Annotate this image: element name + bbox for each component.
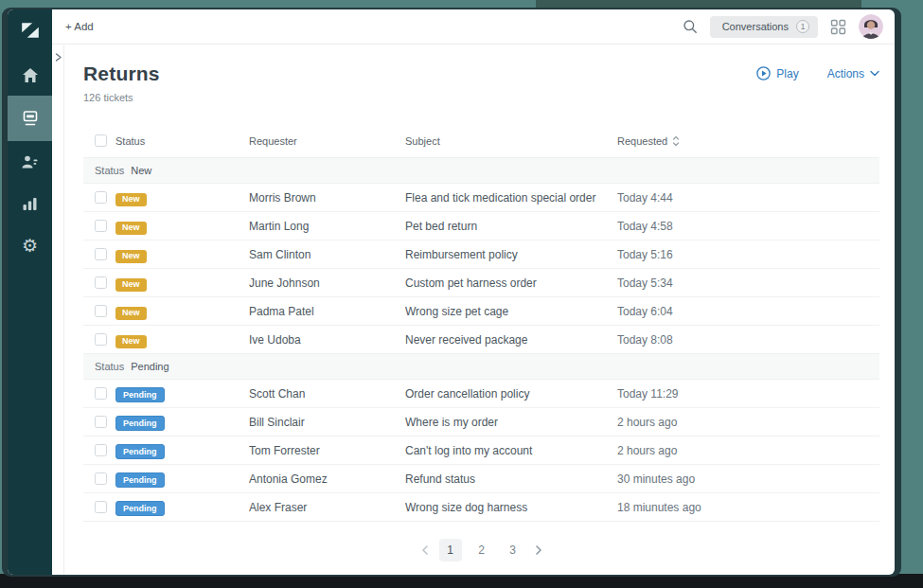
column-header-status[interactable]: Status	[115, 135, 249, 147]
table-row[interactable]: Pending Bill Sinclair Where is my order …	[83, 408, 879, 437]
requester-cell: Alex Fraser	[249, 501, 405, 514]
table-row[interactable]: Pending Alex Fraser Wrong size dog harne…	[83, 493, 879, 522]
table-row[interactable]: Pending Scott Chan Order cancellation po…	[83, 380, 879, 408]
table-row[interactable]: New June Johnson Custom pet harness orde…	[83, 269, 879, 297]
row-checkbox[interactable]	[95, 472, 107, 485]
chevron-left-icon	[421, 545, 429, 555]
sidebar-item-reports[interactable]	[8, 183, 52, 224]
app-window: ⚙ + Add Conversations 1	[8, 9, 895, 575]
search-icon[interactable]	[683, 19, 698, 34]
conversations-label: Conversations	[722, 21, 789, 32]
subject-cell: Wrong size pet cage	[405, 305, 617, 318]
add-button[interactable]: + Add	[65, 21, 94, 32]
next-page-button[interactable]	[533, 545, 544, 555]
requested-cell: Today 5:16	[617, 248, 879, 261]
row-checkbox[interactable]	[95, 305, 107, 317]
subject-cell: Can't log into my account	[405, 444, 617, 457]
chevron-right-icon	[535, 545, 542, 555]
pagination-pages: 123	[439, 539, 524, 561]
sidebar-item-home[interactable]	[8, 54, 52, 96]
subject-cell: Reimbursement policy	[405, 248, 617, 261]
home-icon	[22, 67, 39, 83]
row-checkbox[interactable]	[95, 333, 107, 346]
sidebar-item-customers[interactable]	[8, 141, 52, 183]
row-checkbox[interactable]	[95, 191, 107, 204]
row-checkbox[interactable]	[95, 276, 107, 289]
subject-cell: Never received package	[405, 333, 617, 347]
page-button-3[interactable]: 3	[502, 539, 524, 561]
table-body: Status New New Morris Brown Flea and tic…	[83, 158, 879, 522]
subject-cell: Refund status	[405, 472, 617, 486]
chevron-down-icon	[870, 70, 879, 77]
status-badge: New	[115, 307, 147, 320]
column-header-requester[interactable]: Requester	[249, 135, 405, 147]
requester-cell: Bill Sinclair	[249, 416, 405, 429]
status-badge: New	[115, 222, 147, 235]
select-all-checkbox[interactable]	[95, 134, 107, 147]
subject-cell: Flea and tick medication special order	[405, 191, 617, 205]
zendesk-logo-icon[interactable]	[18, 18, 43, 43]
table-row[interactable]: Pending Tom Forrester Can't log into my …	[83, 437, 879, 465]
apps-grid-icon[interactable]	[830, 19, 846, 35]
sidebar-item-admin[interactable]: ⚙	[8, 224, 52, 266]
table-row[interactable]: New Padma Patel Wrong size pet cage Toda…	[83, 297, 879, 326]
requester-cell: June Johnson	[249, 276, 405, 290]
group-label-prefix: Status	[95, 165, 124, 176]
user-avatar[interactable]	[859, 14, 883, 39]
status-badge: New	[115, 250, 147, 263]
table-row[interactable]: New Ive Udoba Never received package Tod…	[83, 326, 879, 354]
row-checkbox[interactable]	[95, 501, 107, 513]
requested-cell: Today 6:04	[617, 305, 879, 318]
requester-cell: Antonia Gomez	[249, 472, 405, 486]
main-area: + Add Conversations 1	[52, 9, 895, 575]
views-panel-strip	[52, 45, 64, 575]
requested-cell: 2 hours ago	[617, 444, 879, 457]
row-checkbox[interactable]	[95, 444, 107, 456]
play-button[interactable]: Play	[756, 66, 798, 80]
reports-icon	[22, 196, 38, 211]
table-row[interactable]: New Martin Long Pet bed return Today 4:5…	[83, 212, 879, 241]
row-checkbox[interactable]	[95, 416, 107, 428]
play-icon	[756, 66, 771, 80]
table-row[interactable]: New Sam Clinton Reimbursement policy Tod…	[83, 241, 879, 269]
table-row[interactable]: Pending Antonia Gomez Refund status 30 m…	[83, 465, 879, 493]
requested-cell: Today 4:58	[617, 220, 879, 233]
group-header-row: Status New	[83, 158, 879, 184]
views-icon	[22, 110, 39, 127]
previous-page-button[interactable]	[419, 545, 431, 555]
requested-cell: Today 4:44	[617, 191, 879, 205]
conversations-button[interactable]: Conversations 1	[710, 16, 818, 38]
requested-cell: 30 minutes ago	[617, 472, 879, 486]
status-badge: Pending	[115, 472, 165, 488]
subject-cell: Custom pet harness order	[405, 276, 617, 290]
page-button-2[interactable]: 2	[470, 539, 493, 561]
requester-cell: Martin Long	[249, 220, 405, 233]
gear-icon: ⚙	[22, 237, 38, 255]
group-label-value: New	[131, 165, 151, 176]
requested-cell: 18 miunutes ago	[617, 501, 879, 514]
status-badge: Pending	[115, 444, 165, 459]
requester-cell: Morris Brown	[249, 191, 405, 205]
status-badge: Pending	[115, 416, 165, 431]
requester-cell: Tom Forrester	[249, 444, 405, 457]
status-badge: New	[115, 278, 147, 292]
sort-icon	[672, 135, 680, 147]
row-checkbox[interactable]	[95, 248, 107, 260]
page-button-1[interactable]: 1	[439, 539, 462, 561]
actions-label: Actions	[827, 67, 864, 80]
play-label: Play	[776, 67, 798, 80]
group-label-value: Pending	[131, 361, 169, 372]
sidebar: ⚙	[8, 9, 52, 575]
topbar: + Add Conversations 1	[52, 9, 895, 45]
column-header-subject[interactable]: Subject	[405, 135, 617, 147]
actions-button[interactable]: Actions	[827, 67, 879, 80]
tickets-table: Status Requester Subject Requested Statu…	[83, 124, 879, 522]
row-checkbox[interactable]	[95, 387, 107, 400]
table-row[interactable]: New Morris Brown Flea and tick medicatio…	[83, 184, 879, 212]
column-header-requested[interactable]: Requested	[617, 135, 879, 147]
requester-cell: Ive Udoba	[249, 333, 405, 347]
sidebar-item-views[interactable]	[8, 96, 52, 141]
expand-panel-chevron-icon[interactable]	[54, 53, 62, 62]
subject-cell: Pet bed return	[405, 220, 617, 233]
row-checkbox[interactable]	[95, 220, 107, 232]
